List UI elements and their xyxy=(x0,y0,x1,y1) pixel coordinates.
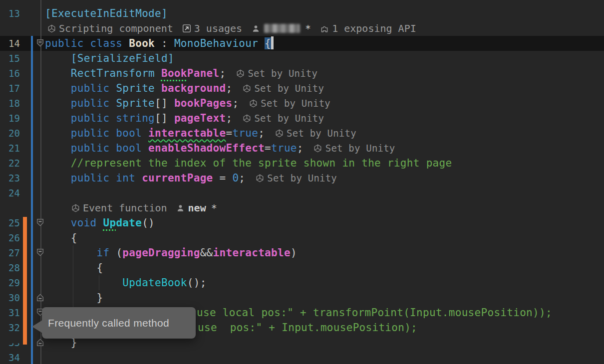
hint-label: Set by Unity xyxy=(267,173,337,183)
code-line-text[interactable]: public Sprite background; xyxy=(45,81,232,96)
line-number[interactable]: 24 xyxy=(0,185,20,200)
hint-unity-icon[interactable]: Scripting component xyxy=(47,22,173,34)
set-by-unity-hint[interactable]: Set by Unity xyxy=(242,83,324,94)
line-number[interactable]: 29 xyxy=(0,275,20,290)
code-line-text[interactable]: public bool enableShadowEffect=true; xyxy=(45,141,303,156)
code-line-text[interactable]: RectTransform BookPanel; xyxy=(45,66,226,81)
code-token: Book xyxy=(129,37,155,49)
code-line-text[interactable]: void Update() xyxy=(45,215,155,230)
set-by-unity-hint[interactable]: Set by Unity xyxy=(313,143,395,154)
hint-unity-icon[interactable]: Event function xyxy=(71,202,167,214)
code-row[interactable]: 15 [SerializeField] xyxy=(0,51,604,66)
vcs-change-bar-orange[interactable] xyxy=(23,217,27,345)
code-line-text[interactable]: public int currentPage = 0; xyxy=(45,171,245,185)
line-number[interactable]: 16 xyxy=(0,66,20,81)
code-row[interactable]: 17 public Sprite background;Set by Unity xyxy=(0,81,604,96)
line-number[interactable]: 14 xyxy=(0,36,20,51)
set-by-unity-hint[interactable]: Set by Unity xyxy=(255,173,337,183)
code-row[interactable]: 25 void Update() xyxy=(0,215,604,230)
code-token: Up xyxy=(103,217,116,229)
line-number[interactable]: 19 xyxy=(0,111,20,126)
line-number[interactable]: 26 xyxy=(0,230,20,245)
code-line-text[interactable]: { xyxy=(45,230,77,245)
line-number[interactable]: 23 xyxy=(0,171,20,185)
set-by-unity-hint[interactable]: Set by Unity xyxy=(242,113,324,124)
code-line-text[interactable]: //represent the index of the sprite show… xyxy=(45,156,452,171)
line-number[interactable]: 34 xyxy=(0,350,20,364)
line-number[interactable]: 20 xyxy=(0,126,20,141)
code-row[interactable]: 26 { xyxy=(0,230,604,245)
text-caret xyxy=(271,36,274,49)
fold-start-icon[interactable] xyxy=(36,39,44,47)
code-token: RectTransform xyxy=(71,67,161,79)
line-number[interactable]: 18 xyxy=(0,96,20,111)
code-row[interactable]: 13[ExecuteInEditMode] xyxy=(0,6,604,21)
fold-end-icon[interactable] xyxy=(36,338,44,347)
code-row[interactable]: 24 xyxy=(0,185,604,200)
code-row[interactable]: 28 { xyxy=(0,260,604,275)
line-number[interactable]: 27 xyxy=(0,245,20,260)
line-number-text: 30 xyxy=(8,292,20,303)
code-row[interactable]: 20 public bool interactable=true;Set by … xyxy=(0,126,604,141)
code-row[interactable]: 18 public Sprite[] bookPages;Set by Unit… xyxy=(0,96,604,111)
inlay-hint-row[interactable]: Event functionnew* xyxy=(0,200,604,215)
code-line-text[interactable]: public string[] pageText; xyxy=(45,111,232,126)
line-number[interactable]: 13 xyxy=(0,6,20,21)
code-line-text[interactable]: { xyxy=(45,260,103,275)
code-line-text[interactable]: } xyxy=(45,290,103,305)
code-line-text[interactable]: UpdateBook(); xyxy=(45,275,207,290)
code-token: = xyxy=(226,127,232,139)
vcs-change-bar-blue[interactable] xyxy=(31,36,33,364)
code-token: ; xyxy=(232,97,239,109)
hint-puzzle-icon[interactable]: 1 exposing API xyxy=(320,22,416,34)
code-token: background xyxy=(161,82,226,94)
line-number-text: 26 xyxy=(8,232,20,243)
set-by-unity-hint[interactable]: Set by Unity xyxy=(275,128,356,139)
hint-label: 1 exposing API xyxy=(332,22,416,34)
line-number[interactable]: 28 xyxy=(0,260,20,275)
fold-start-icon[interactable] xyxy=(36,218,44,227)
line-number[interactable]: 21 xyxy=(0,141,20,156)
hint-person-icon[interactable]: * xyxy=(251,22,311,34)
person-icon xyxy=(251,24,260,33)
fold-end-icon[interactable] xyxy=(36,293,44,302)
hint-usages-icon[interactable]: 3 usages xyxy=(182,22,242,34)
line-number-text: 17 xyxy=(8,83,20,94)
code-token: true xyxy=(271,142,297,154)
hint-person-icon[interactable]: new* xyxy=(176,202,217,214)
code-row[interactable]: 34 xyxy=(0,350,604,364)
code-row[interactable]: 23 public int currentPage = 0;Set by Uni… xyxy=(0,171,604,185)
code-row[interactable]: 29 UpdateBook(); xyxy=(0,275,604,290)
line-number[interactable]: 32 xyxy=(0,320,20,335)
code-row[interactable]: 22 //represent the index of the sprite s… xyxy=(0,156,604,171)
modified-star: * xyxy=(305,22,311,34)
inlay-hint-row[interactable]: Scripting component3 usages*1 exposing A… xyxy=(0,21,604,36)
line-number[interactable]: 25 xyxy=(0,215,20,230)
line-number[interactable]: 17 xyxy=(0,81,20,96)
line-number[interactable]: 31 xyxy=(0,305,20,320)
code-row[interactable]: 27 if (pageDragging&&interactable) xyxy=(0,245,604,260)
line-number[interactable]: 15 xyxy=(0,51,20,66)
hint-label: Set by Unity xyxy=(254,83,324,94)
code-line-text[interactable]: [ExecuteInEditMode] xyxy=(45,6,168,21)
line-number[interactable]: 22 xyxy=(0,156,20,171)
code-line-text[interactable]: public class Book : MonoBehaviour { xyxy=(45,36,274,51)
code-token: ( xyxy=(116,247,122,259)
code-row[interactable]: 16 RectTransform BookPanel;Set by Unity xyxy=(0,66,604,81)
inlay-hints: Scripting component3 usages*1 exposing A… xyxy=(47,22,416,34)
code-line-text[interactable]: public Sprite[] bookPages; xyxy=(45,96,239,111)
set-by-unity-hint[interactable]: Set by Unity xyxy=(236,68,317,79)
code-row[interactable]: 30 } xyxy=(0,290,604,305)
line-number[interactable]: 30 xyxy=(0,290,20,305)
line-number[interactable]: 33 xyxy=(0,335,20,350)
code-row[interactable]: 19 public string[] pageText;Set by Unity xyxy=(0,111,604,126)
code-line-text[interactable]: public bool interactable=true; xyxy=(45,126,265,141)
set-by-unity-hint[interactable]: Set by Unity xyxy=(249,98,330,109)
code-token: Sprite xyxy=(116,82,161,94)
fold-start-icon[interactable] xyxy=(36,248,44,257)
line-number-text: 33 xyxy=(8,335,20,350)
code-row[interactable]: 14public class Book : MonoBehaviour { xyxy=(0,36,604,51)
code-row[interactable]: 21 public bool enableShadowEffect=true;S… xyxy=(0,141,604,156)
code-line-text[interactable]: [SerializeField] xyxy=(45,51,174,66)
code-line-text[interactable]: if (pageDragging&&interactable) xyxy=(45,245,297,260)
